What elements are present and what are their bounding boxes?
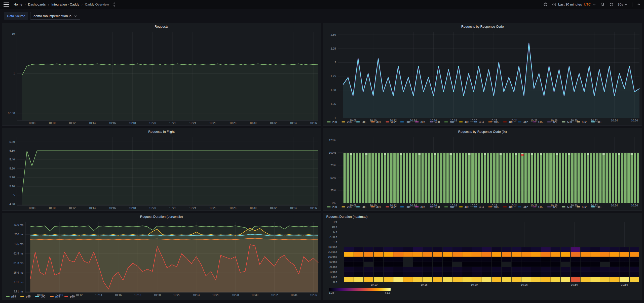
top-nav: Home › Dashboards › Integration - Caddy … [0,0,644,9]
panel-header[interactable]: Requests by Response Code [323,23,642,30]
data-source-label: Data Source [4,12,28,20]
panel-title: Request Duration (percentile) [140,215,183,219]
svg-text:5: 5 [13,194,15,197]
svg-text:10:36: 10:36 [310,293,317,296]
data-source-select[interactable]: demo.robustperception.io [30,12,80,20]
svg-text:10:22: 10:22 [490,204,497,207]
svg-text:10:24: 10:24 [193,293,200,296]
svg-text:10:28: 10:28 [232,293,239,296]
svg-text:10:20: 10:20 [470,204,477,207]
svg-text:10:28: 10:28 [230,121,237,124]
time-range-picker[interactable]: Last 30 minutes UTC [552,3,596,7]
breadcrumb-folder[interactable]: Integration - Caddy [51,3,79,6]
panel-requests-by-response-code-pct: Requests by Response Code (%) 125%100%75… [323,128,642,211]
svg-text:250 ms: 250 ms [328,250,337,253]
panel-request-duration-heatmap: Request Duration (heatmap) +Inf10 s5 s2.… [323,213,642,300]
svg-text:10:26: 10:26 [209,121,216,124]
panel-header[interactable]: Request Duration (heatmap) [323,213,642,220]
svg-text:4.90: 4.90 [10,203,15,206]
svg-text:10:24: 10:24 [510,119,517,122]
svg-text:10:30: 10:30 [571,283,578,286]
svg-text:50%: 50% [330,176,336,179]
kiosk-chevron-up-icon[interactable] [637,3,640,6]
panel-title: Request Duration (heatmap) [326,215,368,219]
time-range-label: Last 30 minutes [558,3,582,6]
menu-toggle-icon[interactable] [4,3,9,7]
clock-icon [552,3,556,7]
refresh-icon[interactable] [609,3,613,7]
svg-text:10:12: 10:12 [69,206,76,209]
svg-text:10:32: 10:32 [591,119,598,122]
svg-text:10:20: 10:20 [154,293,161,296]
svg-text:10:08: 10:08 [36,293,44,296]
svg-text:1.25: 1.25 [330,102,336,105]
svg-text:10:36: 10:36 [631,204,638,207]
svg-text:5 ms: 5 ms [331,275,337,278]
svg-text:10:22: 10:22 [169,206,176,209]
heatmap-colorbar: 1.25 61.3 [323,287,642,300]
chevron-down-icon [593,3,596,6]
dashboard-grid: Requests 1010.10010:0810:1010:1210:1410:… [0,23,644,302]
share-icon[interactable] [111,3,116,7]
requests-in-flight-chart-canvas[interactable]: 5.605.505.405.305.205.1054.9010:0810:101… [2,135,321,210]
panel-header[interactable]: Request Duration (percentile) [2,213,321,220]
panel-header[interactable]: Requests by Response Code (%) [323,128,642,135]
svg-text:10:34: 10:34 [290,206,297,209]
breadcrumb-home[interactable]: Home [14,3,22,6]
timezone-label: UTC [584,3,591,6]
svg-text:10:12: 10:12 [69,121,76,124]
panel-requests-by-response-code: Requests by Response Code 2.502.2521.751… [323,23,642,126]
svg-text:5 s: 5 s [333,230,337,233]
svg-text:10:08: 10:08 [350,204,357,207]
nav-right-toolbar: Last 30 minutes UTC 30s [543,2,640,7]
panel-request-duration-percentile: Request Duration (percentile) 500 ms250 … [2,213,321,300]
requests-chart-canvas[interactable]: 1010.10010:0810:1010:1210:1410:1610:1810… [2,30,321,125]
svg-text:10:34: 10:34 [290,293,297,296]
requests-by-code-chart-canvas[interactable]: 2.502.2521.751.501.25110:0810:1010:1210:… [323,30,642,120]
svg-text:10:34: 10:34 [611,204,618,207]
svg-text:1: 1 [334,116,336,119]
svg-text:10:10: 10:10 [56,293,63,296]
panel-title: Requests by Response Code [461,25,504,28]
svg-text:10:28: 10:28 [230,206,237,209]
svg-text:10:28: 10:28 [550,204,557,207]
svg-text:10:26: 10:26 [530,119,537,122]
duration-heatmap-chart-canvas[interactable]: +Inf10 s5 s2.50 s1 s500 ms250 ms100 ms50… [323,220,642,287]
svg-text:10:08: 10:08 [28,206,35,209]
svg-text:10:18: 10:18 [129,206,136,209]
requests-by-code-pct-chart-canvas[interactable]: 125%100%75%50%25%0%10:0810:1010:1210:141… [323,135,642,205]
svg-text:10:12: 10:12 [390,204,397,207]
svg-text:10:20: 10:20 [470,119,477,122]
svg-text:10:14: 10:14 [89,206,96,209]
heatmap-colorbar-max: 61.3 [385,291,390,294]
svg-text:10:24: 10:24 [189,121,196,124]
svg-text:62.5 ms: 62.5 ms [14,252,24,255]
breadcrumb-separator-icon: › [25,3,26,7]
duration-percentile-chart-canvas[interactable]: 500 ms250 ms125 ms62.5 ms31.3 ms15.6 ms7… [2,220,321,294]
svg-text:10:18: 10:18 [450,119,457,122]
svg-text:10:18: 10:18 [134,293,141,296]
svg-text:10:35: 10:35 [621,283,628,286]
dashboard-settings-gear-icon[interactable] [543,2,548,7]
zoom-out-icon[interactable] [600,2,605,7]
svg-text:5.30: 5.30 [10,167,15,170]
svg-text:10:32: 10:32 [271,293,278,296]
panel-header[interactable]: Requests In Flight [2,128,321,135]
breadcrumb-dashboards[interactable]: Dashboards [28,3,46,6]
svg-text:1.75: 1.75 [330,75,336,78]
svg-text:10:30: 10:30 [251,293,258,296]
svg-text:5.50: 5.50 [10,149,15,152]
svg-text:10:36: 10:36 [310,121,317,124]
toolbar-divider [632,3,632,7]
breadcrumb: Home › Dashboards › Integration - Caddy … [14,3,109,7]
dashboard-variables-row: Data Source demo.robustperception.io [0,9,644,23]
refresh-interval-picker[interactable]: 30s [618,3,628,6]
heatmap-colorbar-min: 1.25 [329,291,334,294]
svg-text:2.50 s: 2.50 s [329,235,337,238]
svg-text:125 ms: 125 ms [14,242,24,245]
panel-header[interactable]: Requests [2,23,321,30]
svg-text:10:14: 10:14 [410,204,417,207]
svg-text:10:32: 10:32 [270,121,277,124]
svg-text:10:08: 10:08 [28,121,35,124]
svg-text:10:32: 10:32 [270,206,277,209]
